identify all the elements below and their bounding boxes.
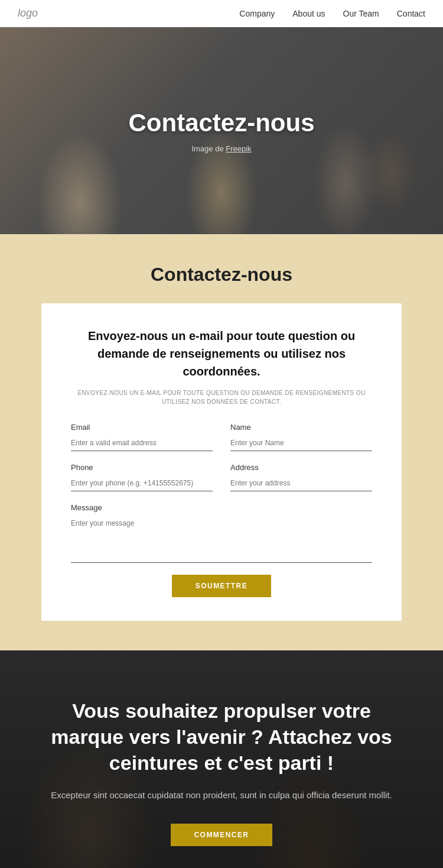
message-input[interactable]	[71, 516, 372, 563]
form-row-email-name: Email Name	[71, 423, 372, 451]
hero-title: Contactez-nous	[129, 109, 315, 137]
address-group: Address	[230, 463, 372, 491]
form-card-title: Envoyez-nous un e-mail pour toute questi…	[71, 327, 372, 380]
email-label: Email	[71, 423, 213, 432]
cta-button[interactable]: COMMENCER	[171, 824, 273, 846]
nav-about[interactable]: About us	[292, 9, 325, 18]
contact-section: Contactez-nous Envoyez-nous un e-mail po…	[0, 234, 443, 650]
form-row-phone-address: Phone Address	[71, 463, 372, 491]
hero-credit-link[interactable]: Freepik	[226, 144, 251, 153]
logo: logo	[18, 7, 38, 20]
navbar: logo Company About us Our Team Contact	[0, 0, 443, 27]
name-input[interactable]	[230, 435, 372, 451]
email-group: Email	[71, 423, 213, 451]
name-group: Name	[230, 423, 372, 451]
cta-text: Excepteur sint occaecat cupidatat non pr…	[35, 788, 408, 802]
nav-contact[interactable]: Contact	[397, 9, 425, 18]
cta-section: Vous souhaitez propulser votre marque ve…	[0, 650, 443, 868]
phone-group: Phone	[71, 463, 213, 491]
form-card-subtitle: ENVOYEZ-NOUS UN E-MAIL POUR TOUTE QUESTI…	[71, 388, 372, 406]
address-input[interactable]	[230, 475, 372, 491]
email-input[interactable]	[71, 435, 213, 451]
address-label: Address	[230, 463, 372, 472]
nav-our-team[interactable]: Our Team	[343, 9, 379, 18]
cta-title: Vous souhaitez propulser votre marque ve…	[35, 698, 408, 776]
phone-label: Phone	[71, 463, 213, 472]
message-label: Message	[71, 503, 372, 512]
hero-content: Contactez-nous Image de Freepik	[129, 109, 315, 153]
hero-section: Contactez-nous Image de Freepik	[0, 27, 443, 234]
message-group: Message	[71, 503, 372, 563]
contact-form-card: Envoyez-nous un e-mail pour toute questi…	[41, 303, 402, 621]
name-label: Name	[230, 423, 372, 432]
cta-content: Vous souhaitez propulser votre marque ve…	[35, 698, 408, 846]
submit-button[interactable]: SOUMETTRE	[172, 575, 271, 597]
nav-links: Company About us Our Team Contact	[239, 9, 425, 18]
contact-section-title: Contactez-nous	[18, 264, 425, 286]
phone-input[interactable]	[71, 475, 213, 491]
hero-credit: Image de Freepik	[129, 144, 315, 153]
nav-company[interactable]: Company	[239, 9, 275, 18]
